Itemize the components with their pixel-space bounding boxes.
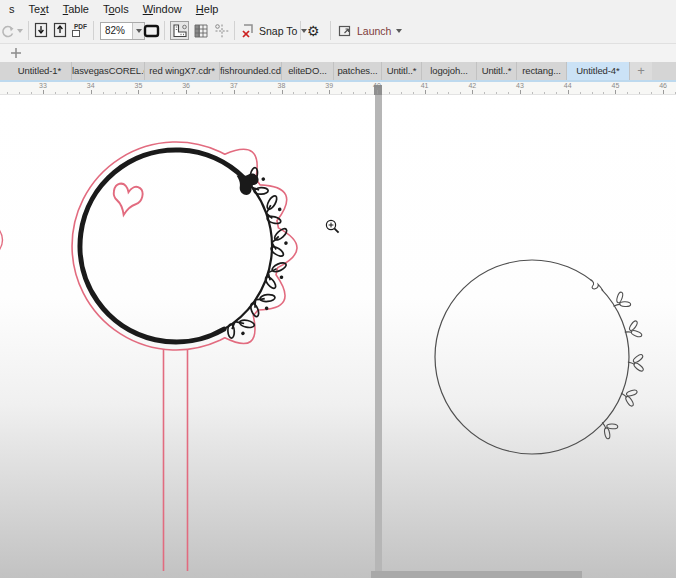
partial-object-left-edge <box>0 228 3 252</box>
fullscreen-preview-icon <box>143 23 161 39</box>
ruler-tick-minor <box>651 92 652 94</box>
ruler-tick-minor <box>150 92 151 94</box>
ruler-tick-minor <box>413 92 414 94</box>
new-document-plus-icon[interactable] <box>10 47 22 59</box>
zoom-level-combobox[interactable]: 82% <box>100 18 145 43</box>
pane-divider[interactable] <box>375 95 382 572</box>
launch-dropdown[interactable]: Launch <box>338 18 402 43</box>
menu-item-window[interactable]: Window <box>136 0 189 18</box>
export-icon <box>52 22 68 39</box>
ruler-tick-major <box>234 90 235 94</box>
import-button[interactable] <box>33 18 49 43</box>
ruler-number: 45 <box>611 82 619 89</box>
ruler-tick-minor <box>55 92 56 94</box>
circle-frame-vine <box>224 178 272 329</box>
horizontal-ruler: 3334353637383940414243444546 <box>0 82 676 95</box>
horizontal-scrollbar-thumb[interactable] <box>371 571 582 578</box>
ruler-tick-major <box>43 90 44 94</box>
ruler-tick-minor <box>115 92 116 94</box>
show-grid-button[interactable] <box>191 18 210 43</box>
ruler-number: 34 <box>87 82 95 89</box>
toolbar-separator <box>28 21 29 40</box>
ruler-tick-major <box>520 90 521 94</box>
document-tab-active[interactable]: Untitled-4* <box>567 62 630 80</box>
options-button[interactable]: ⚙ <box>307 18 320 43</box>
snap-off-button[interactable] <box>240 18 256 43</box>
outline-circle-design[interactable] <box>435 260 645 454</box>
menu-item-table[interactable]: Table <box>56 0 96 18</box>
ruler-tick-minor <box>317 92 318 94</box>
ruler-tick-minor <box>484 92 485 94</box>
ruler-tick-minor <box>365 92 366 94</box>
document-tab[interactable]: eliteDO... <box>282 62 334 80</box>
ruler-number: 38 <box>278 82 286 89</box>
ruler-tick-major <box>472 90 473 94</box>
menu-bar: sTextTableToolsWindowHelp <box>0 0 676 18</box>
ruler-tick-minor <box>103 92 104 94</box>
document-tab[interactable]: patches... <box>334 62 382 80</box>
menu-item-text[interactable]: Text <box>22 0 56 18</box>
document-tab[interactable]: fishrounded.cdr <box>220 62 282 80</box>
ruler-number: 44 <box>564 82 572 89</box>
ruler-tick-minor <box>210 92 211 94</box>
ruler-tick-major <box>91 90 92 94</box>
canvas-artwork <box>0 95 676 578</box>
zoom-level-value[interactable]: 82% <box>101 23 132 39</box>
grid-icon <box>193 23 209 39</box>
publish-to-pdf-button[interactable]: PDF <box>70 18 91 43</box>
ruler-tick-minor <box>258 92 259 94</box>
ruler-number: 46 <box>659 82 667 89</box>
toolbar-separator <box>164 21 165 40</box>
ruler-tick-minor <box>580 92 581 94</box>
ruler-tick-minor <box>532 92 533 94</box>
toolbar-sub-row <box>0 44 676 62</box>
ruler-number: 41 <box>421 82 429 89</box>
show-rulers-button[interactable] <box>170 21 189 40</box>
document-tab-bar: Untitled-1*lasvegasCOREL.cdrred wingX7.c… <box>0 62 676 80</box>
ruler-tick-minor <box>448 92 449 94</box>
ruler-number: 35 <box>134 82 142 89</box>
snap-to-label: Snap To <box>259 25 297 37</box>
menu-item-help[interactable]: Help <box>189 0 226 18</box>
document-tab[interactable]: lasvegasCOREL.cdr <box>72 62 145 80</box>
ruler-tick-minor <box>31 92 32 94</box>
redo-button[interactable] <box>0 18 23 43</box>
ruler-tick-minor <box>246 92 247 94</box>
ruler-tick-minor <box>401 92 402 94</box>
standard-toolbar: PDF 82% <box>0 18 676 44</box>
circle-frame-thick <box>80 150 244 342</box>
launch-window-icon <box>338 24 353 38</box>
drawing-canvas[interactable] <box>0 95 676 578</box>
ruler-tick-minor <box>222 92 223 94</box>
toolbar-separator <box>300 21 301 40</box>
ruler-number: 40 <box>373 82 381 89</box>
fullscreen-preview-button[interactable] <box>143 18 161 43</box>
redo-arrow-icon <box>0 23 15 39</box>
ruler-tick-minor <box>174 92 175 94</box>
redo-caret-icon <box>17 29 23 33</box>
cake-topper-design[interactable] <box>72 142 297 571</box>
new-tab-button[interactable]: + <box>630 62 652 80</box>
document-tab[interactable]: Untitl..* <box>477 62 517 80</box>
document-tab[interactable]: Untitled-1* <box>8 62 72 80</box>
menu-item-tools[interactable]: Tools <box>96 0 136 18</box>
toolbar-separator <box>234 21 235 40</box>
ruler-number: 42 <box>468 82 476 89</box>
import-icon <box>33 22 49 39</box>
menu-item-s[interactable]: s <box>2 0 22 18</box>
export-button[interactable] <box>52 18 68 43</box>
ruler-tick-major <box>329 90 330 94</box>
launch-label: Launch <box>357 25 391 37</box>
document-tab[interactable]: red wingX7.cdr* <box>145 62 220 80</box>
document-tab[interactable]: Untitl..* <box>382 62 422 80</box>
ruler-tick-minor <box>437 92 438 94</box>
show-guidelines-button[interactable] <box>212 18 231 43</box>
ruler-number: 43 <box>516 82 524 89</box>
document-tab[interactable]: rectang... <box>517 62 567 80</box>
ruler-tick-minor <box>460 92 461 94</box>
outline-leaves <box>596 289 646 441</box>
gear-icon: ⚙ <box>307 24 320 38</box>
document-tab[interactable]: logojoh... <box>422 62 477 80</box>
ruler-tick-minor <box>603 92 604 94</box>
ruler-number: 36 <box>182 82 190 89</box>
